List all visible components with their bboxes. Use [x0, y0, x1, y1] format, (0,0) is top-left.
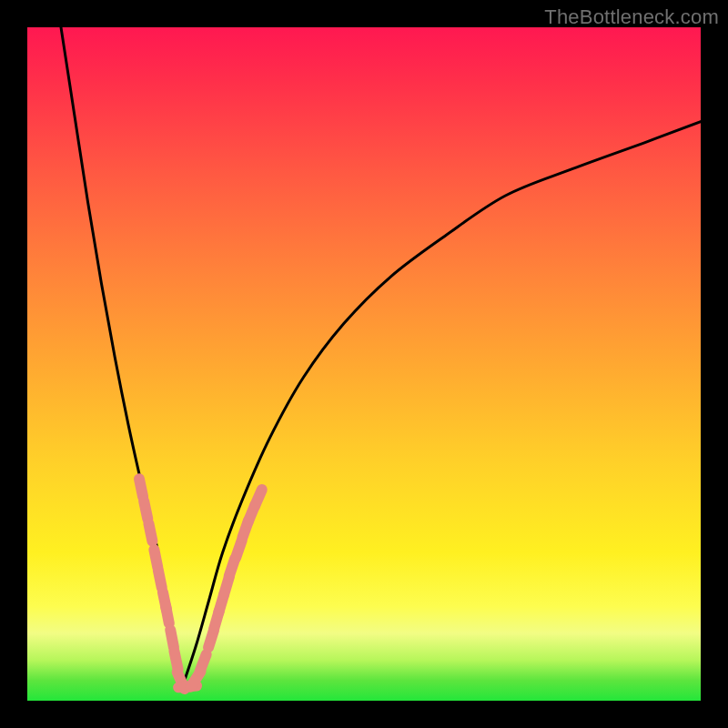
- plot-area: [27, 27, 701, 701]
- watermark-text: TheBottleneck.com: [544, 5, 719, 29]
- marker-dash: [236, 541, 242, 558]
- marker-dash: [139, 479, 143, 497]
- marker-dash: [144, 501, 147, 520]
- marker-dash: [255, 490, 262, 506]
- marker-dash: [200, 654, 207, 672]
- marker-dash: [158, 570, 162, 588]
- curve-right-curve: [182, 122, 701, 688]
- marker-layer: [139, 479, 262, 689]
- marker-dash: [166, 605, 169, 623]
- chart-svg: [27, 27, 701, 701]
- marker-dash: [148, 523, 152, 541]
- chart-frame: TheBottleneck.com: [0, 0, 728, 728]
- marker-dash: [170, 630, 174, 648]
- marker-dash: [174, 652, 177, 670]
